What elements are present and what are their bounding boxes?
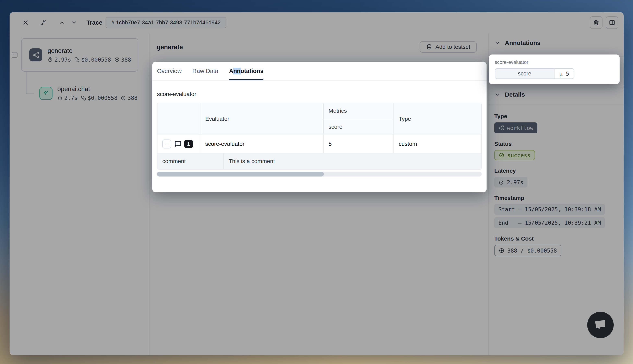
tab-annotations[interactable]: Annotations [229, 62, 264, 80]
type-badge: workflow [494, 122, 538, 134]
annotation-score-pill[interactable]: score μ 5 [495, 68, 574, 79]
node-tokens: 388 [121, 56, 131, 63]
metric-name[interactable]: score [495, 69, 554, 78]
timestamp-label: Timestamp [494, 195, 618, 201]
tree-node-generate[interactable]: generate 2.97s $0.000558 388 [21, 38, 138, 72]
type-column-header: Type [394, 103, 482, 134]
plus-circle-icon [114, 57, 120, 62]
plus-circle-icon [499, 248, 504, 254]
collapse-row-minus-icon[interactable] [162, 140, 171, 148]
annotations-table: Evaluator Metrics score Type 1 [157, 103, 482, 170]
tab-raw-data[interactable]: Raw Data [192, 62, 218, 80]
workflow-icon [498, 125, 504, 131]
comment-label: comment [158, 153, 224, 169]
tree-connector [26, 72, 34, 94]
comment-row: comment This is a comment [158, 153, 482, 169]
scrollbar-thumb[interactable] [157, 172, 324, 176]
toggle-side-panel-button[interactable] [606, 16, 618, 29]
type-label: Type [494, 113, 618, 120]
evaluator-section-title: score-evaluator [157, 91, 482, 98]
metric-value[interactable]: μ 5 [554, 69, 574, 78]
trace-title: Trace [86, 19, 102, 26]
add-to-testset-button[interactable]: Add to testset [420, 41, 477, 53]
annotations-section-header[interactable]: Annotations [494, 40, 540, 46]
node-latency: 2.7s [64, 95, 78, 101]
score-cell: 5 [324, 135, 394, 153]
coins-icon [74, 57, 80, 62]
annotations-tab-card: Overview Raw Data Annotations score-eval… [152, 62, 486, 192]
metrics-column-header: Metrics score [324, 103, 394, 134]
trace-modal: Trace # 1cbb70e7-34a1-7bb7-3498-771b7d46… [10, 12, 624, 355]
node-cost: $0.000558 [81, 56, 111, 63]
annotation-popup: score-evaluator score μ 5 [489, 54, 620, 84]
trace-id-badge[interactable]: # 1cbb70e7-34a1-7bb7-3498-771b7d46d942 [106, 17, 226, 28]
chevron-down-icon [494, 40, 500, 46]
timestamp-end-badge: End – 15/05/2025, 10:39:21 AM [494, 217, 605, 228]
table-row: 1 score-evaluator 5 custom [158, 134, 482, 153]
span-title: generate [156, 44, 183, 51]
next-trace-chevron-down-icon[interactable] [71, 20, 77, 26]
database-icon [426, 44, 432, 50]
timestamp-start-badge: Start – 15/05/2025, 10:39:18 AM [494, 204, 605, 215]
workflow-icon [29, 48, 42, 62]
latency-badge: 2.97s [494, 177, 528, 188]
tab-bar: Overview Raw Data Annotations [152, 62, 486, 81]
trash-icon [593, 19, 600, 26]
delete-trace-button[interactable] [590, 16, 602, 29]
timer-icon [48, 57, 53, 62]
comment-count-badge[interactable]: 1 [184, 140, 193, 148]
latency-label: Latency [494, 168, 618, 174]
status-badge: success [494, 150, 535, 160]
text-selection: nn [233, 68, 240, 74]
details-section-header[interactable]: Details [494, 91, 525, 98]
trace-topbar: Trace # 1cbb70e7-34a1-7bb7-3498-771b7d46… [10, 12, 624, 33]
horizontal-scrollbar[interactable] [157, 172, 482, 176]
tree-node-title: generate [48, 47, 131, 54]
chat-widget-button[interactable] [587, 312, 614, 338]
timer-icon [57, 95, 63, 101]
node-cost: $0.000558 [88, 95, 117, 101]
sparkle-icon [40, 87, 52, 100]
chevron-down-icon [494, 92, 500, 98]
tab-overview[interactable]: Overview [157, 62, 182, 80]
coins-icon [81, 95, 86, 101]
evaluator-column-header: Evaluator [200, 103, 324, 134]
tokens-cost-badge: 388 / $0.000558 [494, 245, 562, 256]
prev-trace-chevron-up-icon[interactable] [59, 20, 65, 26]
plus-circle-icon [120, 95, 126, 101]
divider [489, 88, 624, 88]
comment-icon[interactable] [174, 140, 182, 148]
collapse-node-minus-icon[interactable] [12, 52, 18, 58]
tree-node-title: openai.chat [57, 86, 138, 93]
type-cell: custom [394, 135, 482, 153]
close-icon[interactable] [22, 20, 29, 26]
timer-icon [498, 179, 504, 185]
controls-column-header [158, 103, 200, 134]
comment-value: This is a comment [224, 153, 482, 169]
panel-right-icon [609, 19, 615, 26]
popup-evaluator-label: score-evaluator [495, 60, 614, 65]
check-circle-icon [499, 152, 504, 158]
status-label: Status [494, 141, 618, 147]
tree-node-openai-chat[interactable]: openai.chat 2.7s $0.000558 388 [40, 86, 138, 101]
trace-tree-panel: generate 2.97s $0.000558 388 openai.chat… [10, 33, 150, 355]
minimize-icon[interactable] [40, 20, 46, 26]
metric-name-subheader: score [324, 119, 394, 135]
node-latency: 2.97s [54, 56, 71, 63]
tokens-cost-label: Tokens & Cost [494, 236, 618, 242]
evaluator-cell: score-evaluator [200, 135, 324, 153]
chat-bubble-icon [593, 317, 608, 333]
node-tokens: 388 [128, 95, 138, 101]
